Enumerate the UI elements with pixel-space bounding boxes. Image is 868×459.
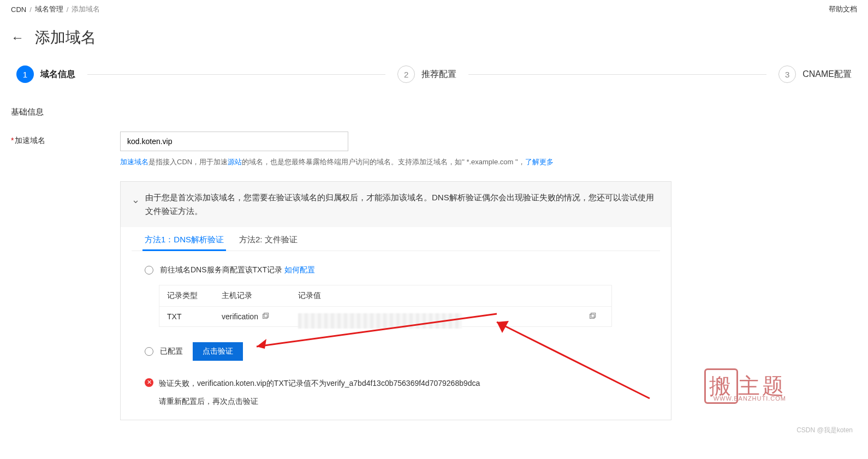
verify-button[interactable]: 点击验证	[193, 342, 243, 361]
helper-link-more[interactable]: 了解更多	[525, 158, 554, 166]
error-row: ✕ 验证失败，verification.koten.vip的TXT记录值不为ve…	[121, 366, 671, 391]
step-1-num: 1	[16, 65, 34, 83]
verify-header-text: 由于您是首次添加该域名，您需要在验证该域名的归属权后，才能添加该域名。DNS解析…	[145, 190, 660, 218]
svg-rect-1	[264, 313, 269, 317]
step-1[interactable]: 1 域名信息	[16, 65, 75, 83]
step-2-num: 2	[397, 65, 415, 83]
domain-input[interactable]	[120, 132, 348, 151]
error-sub-text: 请重新配置后，再次点击验证	[121, 391, 671, 420]
svg-rect-0	[263, 314, 267, 318]
section-basic-title: 基础信息	[0, 92, 868, 124]
error-text: 验证失败，verification.koten.vip的TXT记录值不为veri…	[159, 377, 480, 389]
option-txt-record[interactable]: 前往域名DNS服务商配置该TXT记录 如何配置	[134, 260, 658, 281]
breadcrumb-current: 添加域名	[72, 4, 100, 14]
redacted-value	[298, 313, 462, 329]
step-3-num: 3	[778, 65, 796, 83]
th-record-type: 记录类型	[167, 291, 222, 301]
tab-file[interactable]: 方法2: 文件验证	[237, 230, 300, 251]
step-2[interactable]: 2 推荐配置	[397, 65, 456, 83]
td-record-type: TXT	[167, 312, 222, 321]
page-title: 添加域名	[35, 27, 96, 48]
breadcrumb-root[interactable]: CDN	[11, 5, 26, 14]
verify-header[interactable]: ⌄ 由于您是首次添加该域名，您需要在验证该域名的归属权后，才能添加该域名。DNS…	[121, 182, 671, 227]
watermark-url: WWW.BANZHUTI.COM	[714, 395, 786, 402]
th-value: 记录值	[298, 291, 604, 301]
svg-rect-3	[591, 313, 596, 317]
svg-rect-2	[590, 314, 594, 318]
radio-icon	[145, 347, 153, 356]
tab-dns[interactable]: 方法1：DNS解析验证	[142, 230, 226, 251]
copy-icon[interactable]	[261, 313, 269, 320]
step-1-label: 域名信息	[40, 69, 75, 80]
how-configure-link[interactable]: 如何配置	[284, 265, 315, 274]
steps-bar: 1 域名信息 2 推荐配置 3 CNAME配置	[0, 61, 868, 92]
step-3[interactable]: 3 CNAME配置	[778, 65, 852, 83]
domain-row: *加速域名	[0, 124, 868, 154]
help-link[interactable]: 帮助文档	[829, 4, 857, 14]
domain-helper: 加速域名是指接入CDN，用于加速源站的域名，也是您最终暴露给终端用户访问的域名。…	[0, 154, 868, 168]
dns-table-row: TXT verification	[159, 306, 611, 326]
th-host: 主机记录	[222, 291, 298, 301]
td-host: verification	[222, 312, 298, 321]
breadcrumb-mid[interactable]: 域名管理	[35, 4, 63, 14]
copy-icon[interactable]	[588, 313, 596, 320]
dns-table: 记录类型 主机记录 记录值 TXT verification	[159, 285, 612, 327]
dns-table-header: 记录类型 主机记录 记录值	[159, 285, 611, 306]
error-icon: ✕	[145, 378, 153, 387]
step-3-label: CNAME配置	[802, 69, 852, 80]
back-arrow-icon[interactable]: ←	[11, 30, 24, 45]
step-2-label: 推荐配置	[421, 69, 456, 80]
radio-icon	[145, 266, 153, 275]
domain-label: *加速域名	[11, 132, 120, 146]
breadcrumb: CDN / 域名管理 / 添加域名 帮助文档	[0, 0, 868, 19]
option-configured[interactable]: 已配置 点击验证	[134, 337, 658, 366]
chevron-down-icon: ⌄	[132, 192, 140, 208]
helper-link-domain[interactable]: 加速域名	[120, 158, 148, 166]
verify-tabs: 方法1：DNS解析验证 方法2: 文件验证	[132, 227, 660, 251]
helper-link-origin[interactable]: 源站	[228, 158, 242, 166]
page-title-row: ← 添加域名	[0, 19, 868, 61]
verify-box: ⌄ 由于您是首次添加该域名，您需要在验证该域名的归属权后，才能添加该域名。DNS…	[120, 181, 671, 420]
